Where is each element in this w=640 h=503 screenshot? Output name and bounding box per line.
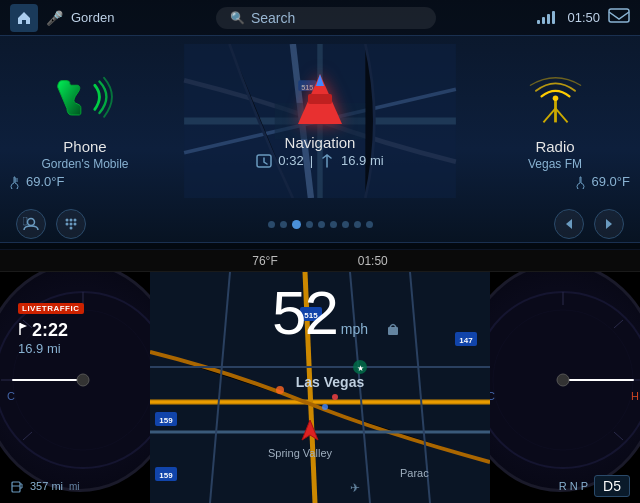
dot-1[interactable] <box>268 221 275 228</box>
message-icon <box>608 8 630 28</box>
dot-7[interactable] <box>342 221 349 228</box>
radio-prev-button[interactable] <box>554 209 584 239</box>
live-traffic-panel: LIVETRAFFIC 2:22 16.9 mi <box>18 302 84 356</box>
nav-direction-arrow <box>298 74 342 124</box>
gear-mode: R N P <box>559 480 588 492</box>
svg-point-46 <box>557 374 569 386</box>
fuel-unit: mi <box>69 481 80 492</box>
nav-info: 0:32 | 16.9 mi <box>256 153 383 168</box>
gear-indicator: D5 <box>594 475 630 497</box>
svg-line-12 <box>555 108 567 122</box>
phone-title: Phone <box>63 138 106 155</box>
phone-contacts-button[interactable] <box>16 209 46 239</box>
svg-point-19 <box>66 223 69 226</box>
svg-rect-15 <box>23 217 27 225</box>
svg-line-32 <box>23 432 32 440</box>
phone-controls <box>16 209 86 239</box>
svg-rect-4 <box>609 9 629 22</box>
svg-point-18 <box>74 219 77 222</box>
svg-line-42 <box>614 432 623 440</box>
top-infotainment-panel: 🎤 Gorden 🔍 Search 01:50 <box>0 0 640 250</box>
phone-icon <box>50 72 120 132</box>
live-traffic-badge: LIVETRAFFIC <box>18 302 84 313</box>
svg-rect-2 <box>547 14 550 24</box>
traffic-eta: 2:22 <box>32 320 68 341</box>
svg-point-21 <box>74 223 77 226</box>
nav-center-content: Navigation 0:32 | 16.9 mi <box>256 74 383 168</box>
temp-left-value: 69.0°F <box>26 174 64 189</box>
radio-controls <box>554 209 624 239</box>
dot-5[interactable] <box>318 221 325 228</box>
svg-line-40 <box>614 320 623 328</box>
header-right: 01:50 <box>537 8 630 28</box>
nav-eta: 0:32 <box>278 153 303 168</box>
temp-right: 69.0°F <box>576 174 630 189</box>
main-content: Phone Gorden's Mobile 515 <box>0 36 640 206</box>
cluster-time: 01:50 <box>358 254 388 268</box>
svg-point-17 <box>70 219 73 222</box>
svg-point-16 <box>66 219 69 222</box>
radio-title: Radio <box>535 138 574 155</box>
svg-text:Las Vegas: Las Vegas <box>296 374 365 390</box>
svg-text:Spring Valley: Spring Valley <box>268 447 332 459</box>
mic-icon: 🎤 <box>46 10 63 26</box>
svg-point-36 <box>77 374 89 386</box>
temp-right-value: 69.0°F <box>592 174 630 189</box>
dot-8[interactable] <box>354 221 361 228</box>
cluster-main: C H C H <box>0 272 640 503</box>
instrument-cluster-panel: 76°F 01:50 <box>0 250 640 503</box>
svg-rect-69 <box>12 482 20 492</box>
page-dots <box>268 218 373 230</box>
flag-icon <box>18 322 28 336</box>
fuel-icon <box>10 479 24 493</box>
speed-unit: mph <box>341 321 368 337</box>
svg-marker-24 <box>606 219 612 229</box>
search-icon: 🔍 <box>230 11 245 25</box>
speed-display: 52mph <box>272 282 368 344</box>
radio-subtitle: Vegas FM <box>528 157 582 171</box>
eta-icon <box>256 154 272 168</box>
svg-text:C: C <box>7 390 15 402</box>
nav-arrow-tip <box>316 74 324 86</box>
dot-4[interactable] <box>306 221 313 228</box>
phone-keypad-button[interactable] <box>56 209 86 239</box>
controls-row <box>0 206 640 242</box>
svg-point-66 <box>332 394 338 400</box>
svg-point-65 <box>322 404 328 410</box>
header-left: 🎤 Gorden <box>10 4 114 32</box>
traffic-distance: 16.9 mi <box>18 341 84 356</box>
dot-9[interactable] <box>366 221 373 228</box>
radio-next-button[interactable] <box>594 209 624 239</box>
svg-text:H: H <box>631 390 639 402</box>
cluster-temp: 76°F <box>252 254 277 268</box>
svg-point-13 <box>552 95 558 101</box>
svg-text:159: 159 <box>159 416 173 425</box>
dot-2[interactable] <box>280 221 287 228</box>
svg-text:★: ★ <box>357 364 364 373</box>
svg-point-14 <box>28 219 35 226</box>
home-button[interactable] <box>10 4 38 32</box>
header-bar: 🎤 Gorden 🔍 Search 01:50 <box>0 0 640 36</box>
svg-point-22 <box>70 227 73 230</box>
distance-icon <box>319 154 335 168</box>
svg-rect-61 <box>388 327 398 335</box>
svg-marker-23 <box>566 219 572 229</box>
dot-3-active[interactable] <box>292 220 301 229</box>
svg-point-64 <box>276 386 284 394</box>
dot-6[interactable] <box>330 221 337 228</box>
nav-distance: 16.9 mi <box>341 153 384 168</box>
speed-number: 52 <box>272 278 337 347</box>
search-bar[interactable]: 🔍 Search <box>216 7 436 29</box>
phone-subtitle: Gorden's Mobile <box>42 157 129 171</box>
cluster-header: 76°F 01:50 <box>0 250 640 272</box>
nav-arrow-container <box>298 74 342 130</box>
fuel-distance: 357 mi <box>30 480 63 492</box>
navigation-widget[interactable]: 515 Navigation 0:32 <box>170 44 470 198</box>
svg-point-20 <box>70 223 73 226</box>
nav-separator: | <box>310 153 313 168</box>
header-time: 01:50 <box>567 10 600 25</box>
cluster-bottom: 357 mi mi R N P D5 <box>0 475 640 497</box>
svg-rect-1 <box>542 17 545 24</box>
radio-icon <box>520 72 590 132</box>
temp-left: 69.0°F <box>10 174 64 189</box>
